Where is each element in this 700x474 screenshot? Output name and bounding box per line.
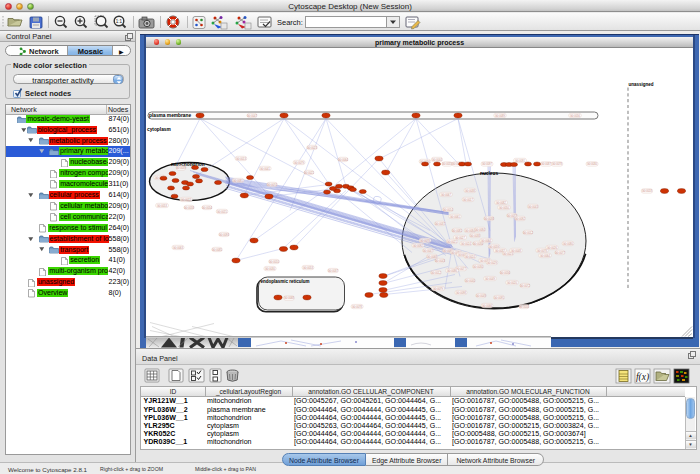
svg-text:G0:0078: G0:0078 (420, 238, 431, 242)
svg-text:G0:0085: G0:0085 (212, 247, 223, 251)
svg-text:G0:0030: G0:0030 (473, 264, 484, 268)
svg-text:G0:0043: G0:0043 (528, 204, 539, 208)
svg-text:G0:0015: G0:0015 (217, 209, 228, 213)
svg-text:G0:0024: G0:0024 (461, 241, 472, 245)
svg-text:G0:0092: G0:0092 (515, 216, 526, 220)
svg-text:G0:0056: G0:0056 (570, 113, 581, 117)
svg-text:G0:0012: G0:0012 (523, 230, 534, 234)
svg-text:G0:0058: G0:0058 (184, 205, 195, 209)
svg-text:G0:0098: G0:0098 (456, 290, 467, 294)
svg-text:G0:0021: G0:0021 (447, 239, 458, 243)
svg-text:G0:0018: G0:0018 (642, 189, 653, 193)
svg-text:G0:0072: G0:0072 (520, 283, 531, 287)
svg-text:G0:0020: G0:0020 (507, 280, 518, 284)
svg-text:G0:0026: G0:0026 (547, 245, 558, 249)
svg-text:G0:0097: G0:0097 (482, 162, 493, 166)
svg-text:G0:0064: G0:0064 (481, 238, 492, 242)
svg-text:G0:0087: G0:0087 (541, 162, 552, 166)
svg-text:G0:0079: G0:0079 (294, 160, 305, 164)
svg-text:G0:0050: G0:0050 (499, 205, 510, 209)
svg-text:G0:0024: G0:0024 (465, 254, 476, 258)
svg-text:cytoplasm: cytoplasm (147, 127, 171, 132)
svg-text:G0:0056: G0:0056 (500, 270, 511, 274)
svg-text:G0:0067: G0:0067 (441, 192, 452, 196)
svg-text:G0:0049: G0:0049 (476, 293, 487, 297)
svg-text:G0:0054: G0:0054 (202, 205, 213, 209)
svg-text:endoplasmic reticulum: endoplasmic reticulum (261, 279, 310, 284)
svg-text:Search:: Search: (277, 18, 303, 27)
svg-text:G0:0037: G0:0037 (328, 268, 339, 272)
svg-text:G0:0038: G0:0038 (465, 188, 476, 192)
svg-text:G0:0053: G0:0053 (157, 203, 168, 207)
svg-text:G0:0047: G0:0047 (247, 113, 258, 117)
svg-text:G0:0092: G0:0092 (413, 243, 424, 247)
svg-text:G0:0055: G0:0055 (442, 162, 453, 166)
svg-text:G0:0081: G0:0081 (452, 228, 463, 232)
svg-text:G0:0078: G0:0078 (537, 248, 548, 252)
svg-text:G0:0017: G0:0017 (463, 197, 474, 201)
svg-text:G0:0049: G0:0049 (485, 276, 496, 280)
svg-text:G0:0064: G0:0064 (338, 157, 349, 161)
svg-text:G0:0086: G0:0086 (447, 268, 458, 272)
svg-text:1:1: 1:1 (116, 19, 123, 24)
svg-text:G0:0029: G0:0029 (487, 260, 498, 264)
svg-text:G0:0040: G0:0040 (465, 278, 476, 282)
svg-text:mitochondrion: mitochondrion (171, 161, 205, 166)
svg-text:G0:0089: G0:0089 (495, 113, 506, 117)
svg-text:G0:0078: G0:0078 (552, 162, 563, 166)
svg-text:G0:0078: G0:0078 (352, 304, 363, 308)
svg-text:G0:0068: G0:0068 (284, 296, 295, 300)
svg-text:G0:0058: G0:0058 (519, 304, 530, 308)
svg-text:G0:0010: G0:0010 (269, 259, 280, 263)
svg-text:G0:0066: G0:0066 (482, 303, 493, 307)
svg-text:G0:0048: G0:0048 (511, 248, 522, 252)
svg-text:nucleus: nucleus (480, 171, 498, 176)
svg-text:G0:0074: G0:0074 (267, 182, 278, 186)
svg-text:unassigned: unassigned (629, 81, 654, 86)
svg-text:G0:0095: G0:0095 (494, 295, 505, 299)
svg-text:G0:0027: G0:0027 (455, 235, 466, 239)
svg-text:G0:0023: G0:0023 (307, 145, 318, 149)
svg-text:G0:0039: G0:0039 (176, 166, 187, 170)
svg-text:G0:0077: G0:0077 (555, 250, 566, 254)
svg-text:G0:0043: G0:0043 (435, 258, 446, 262)
svg-text:G0:0047: G0:0047 (423, 248, 434, 252)
svg-text:G0:0091: G0:0091 (515, 158, 526, 162)
svg-text:G0:0084: G0:0084 (475, 227, 486, 231)
svg-text:G0:0012: G0:0012 (431, 270, 442, 274)
svg-text:G0:0030: G0:0030 (265, 266, 276, 270)
svg-text:G0:0063: G0:0063 (173, 245, 184, 249)
svg-text:G0:0081: G0:0081 (233, 178, 244, 182)
svg-text:G0:0064: G0:0064 (540, 253, 551, 257)
svg-text:G0:0079: G0:0079 (433, 286, 444, 290)
svg-text:G0:0014: G0:0014 (443, 207, 454, 211)
svg-text:G0:0013: G0:0013 (236, 156, 247, 160)
svg-text:G0:0084: G0:0084 (465, 228, 476, 232)
svg-text:G0:0022: G0:0022 (181, 197, 192, 201)
svg-text:G0:0080: G0:0080 (563, 241, 574, 245)
svg-text:G0:0082: G0:0082 (496, 200, 507, 204)
svg-text:G0:0038: G0:0038 (484, 216, 495, 220)
svg-text:G0:0061: G0:0061 (450, 214, 461, 218)
svg-text:G0:0038: G0:0038 (470, 233, 481, 237)
svg-text:G0:0041: G0:0041 (260, 166, 271, 170)
svg-text:G0:0044: G0:0044 (432, 157, 443, 161)
svg-text:G0:0093: G0:0093 (219, 232, 230, 236)
svg-text:G0:0037: G0:0037 (435, 221, 446, 225)
svg-text:G0:0021: G0:0021 (304, 170, 315, 174)
svg-text:f(x): f(x) (636, 371, 649, 382)
svg-text:G0:0030: G0:0030 (587, 162, 598, 166)
svg-text:G0:0053: G0:0053 (303, 265, 314, 269)
svg-text:G0:0068: G0:0068 (427, 254, 438, 258)
svg-text:G0:0059: G0:0059 (489, 244, 500, 248)
svg-text:plasma membrane: plasma membrane (149, 113, 191, 118)
